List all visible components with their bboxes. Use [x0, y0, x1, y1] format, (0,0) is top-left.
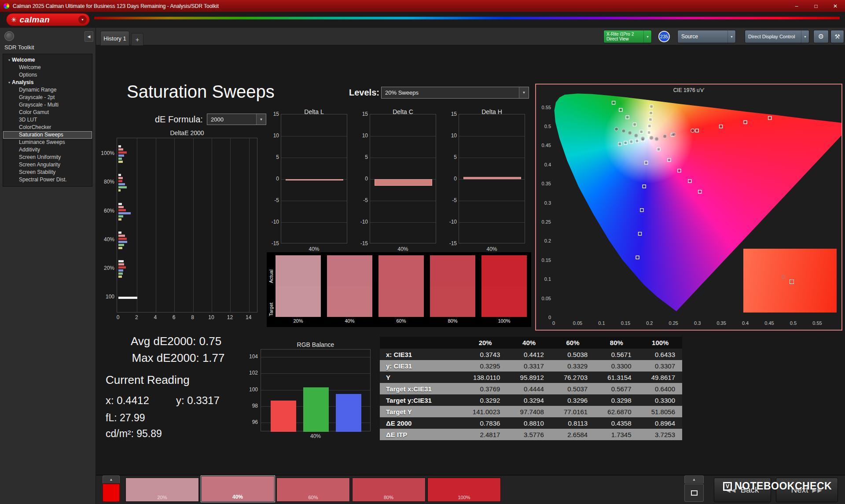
chart-title: RGB Balance [261, 341, 371, 348]
x-tick-label: 0.2 [643, 320, 656, 326]
table-cell: 0.7836 [463, 417, 507, 429]
gridline [261, 357, 370, 357]
tree-item-screen-stability[interactable]: Screen Stability [3, 169, 92, 176]
gridline [459, 201, 525, 201]
inset-target-marker [790, 280, 794, 284]
table-cell: 0.8964 [639, 417, 682, 429]
table-row: Target x:CIE310.37690.44440.50370.56770.… [380, 383, 682, 394]
sidebar-collapse-button[interactable]: ◀ [84, 31, 93, 42]
current-reading-heading: Current Reading [106, 373, 190, 387]
x-tick-label: 0.25 [667, 320, 680, 326]
measured-point [663, 135, 667, 138]
tree-item-welcome[interactable]: Welcome [3, 64, 92, 71]
tree-item-additivity[interactable]: Additivity [3, 146, 92, 154]
de-bar [118, 145, 121, 147]
tab-history-1[interactable]: History 1 [100, 31, 129, 45]
de-bar [118, 174, 121, 176]
bottom-patch-40[interactable]: 40% [201, 476, 275, 502]
gridline [370, 201, 436, 201]
table-cell: 61.3154 [595, 372, 638, 383]
bottom-patch-80[interactable]: 80% [352, 478, 426, 502]
levels-select[interactable]: 20% Sweeps ▼ [381, 87, 529, 99]
x-tick-label: 0.3 [691, 320, 704, 326]
tree-item-saturation-sweeps[interactable]: Saturation Sweeps [3, 131, 92, 139]
gridline [459, 158, 525, 158]
tree-label: Welcome [12, 56, 35, 64]
measured-point [655, 137, 658, 141]
tree-item-dynamic-range[interactable]: Dynamic Range [3, 86, 92, 94]
target-count-badge[interactable]: 235 [658, 31, 670, 42]
tree-item-color-gamut[interactable]: Color Gamut [3, 109, 92, 116]
table-cell: 0.3300 [639, 394, 682, 406]
de-formula-select[interactable]: 2000 ▼ [207, 114, 266, 125]
window-popup-tab[interactable]: ▲ [684, 475, 704, 483]
y-tick-label: -5 [446, 197, 457, 203]
tree-item-screen-angularity[interactable]: Screen Angularity [3, 161, 92, 169]
group-label: 100 [97, 294, 114, 300]
de-bar [118, 263, 124, 265]
window-icon [691, 490, 698, 496]
tree-item-grayscale-2pt[interactable]: Grayscale - 2pt [3, 94, 92, 101]
tree-group-analysis[interactable]: ▾Analysis [3, 79, 92, 86]
table-cell: 138.0110 [463, 372, 507, 383]
minimize-button[interactable]: – [787, 0, 806, 12]
tree-item-3d-lut[interactable]: 3D LUT [3, 116, 92, 124]
table-cell: 0.4444 [507, 383, 551, 394]
tools-button[interactable]: ⚒ [830, 30, 844, 43]
back-button[interactable]: ◀◀ Back [714, 478, 771, 502]
tree-item-spectral-power-dist[interactable]: Spectral Power Dist. [3, 176, 92, 184]
tree-item-luminance-sweeps[interactable]: Luminance Sweeps [3, 139, 92, 146]
display-control-label: Direct Display Control [748, 34, 795, 39]
tree-item-options[interactable]: Options [3, 71, 92, 79]
expander-icon[interactable]: ▾ [8, 56, 10, 64]
workflow-icon[interactable] [4, 31, 14, 41]
table-cell: 0.8810 [507, 417, 551, 429]
calman-logo-button[interactable]: ✳ calman ▼ [6, 13, 90, 26]
sidebar-tree: ▾WelcomeWelcomeOptions▾AnalysisDynamic R… [3, 54, 92, 187]
patch-popup-tab[interactable]: ▲ [103, 475, 120, 483]
y-tick-label: 15 [357, 111, 368, 117]
window-title: Calman 2025 Calman Ultimate for Business… [13, 3, 219, 9]
bottom-patch-20[interactable]: 20% [125, 478, 199, 502]
gear-icon: ⚙ [818, 33, 824, 40]
tree-label: Analysis [12, 79, 33, 86]
source-dropdown[interactable]: Source ▼ [677, 30, 736, 43]
tree-item-screen-uniformity[interactable]: Screen Uniformity [3, 154, 92, 161]
chevron-down-icon: ▼ [256, 114, 266, 125]
logo-menu-button[interactable]: ▼ [78, 15, 87, 24]
de-bar [118, 177, 123, 179]
bottom-patch-100[interactable]: 100% [427, 478, 501, 502]
y-tick-label: 0.15 [537, 258, 551, 263]
maximize-button[interactable]: □ [806, 0, 826, 12]
target-point [647, 131, 650, 134]
col-header-100: 100% [639, 337, 682, 349]
chevron-down-icon: ▼ [81, 18, 84, 21]
gridline [212, 138, 212, 312]
settings-button[interactable]: ⚙ [813, 30, 829, 43]
tree-item-colorchecker[interactable]: ColorChecker [3, 124, 92, 131]
y-tick-label: 100 [245, 386, 258, 393]
y-tick-label: 15 [446, 111, 457, 117]
bottom-patch-60[interactable]: 60% [276, 478, 350, 502]
chevron-up-icon: ▲ [110, 478, 113, 482]
de-bar [118, 161, 123, 163]
current-patch-swatch[interactable] [103, 484, 120, 502]
display-control-dropdown[interactable]: Direct Display Control ▼ [745, 30, 809, 43]
table-cell: 0.3307 [639, 360, 682, 372]
close-button[interactable]: ✕ [826, 0, 845, 12]
tree-group-welcome[interactable]: ▾Welcome [3, 56, 92, 64]
y-tick-label: 0.1 [537, 276, 551, 282]
y-tick-label: 10 [268, 132, 279, 139]
next-button[interactable]: Next ▶▶ [776, 478, 838, 502]
tree-item-grayscale-multi[interactable]: Grayscale - Multi [3, 101, 92, 109]
expander-icon[interactable]: ▾ [8, 79, 10, 86]
meter-dropdown[interactable]: X-Rite i1Pro 2 Direct View ▼ [603, 30, 652, 43]
table-row: y: CIE310.32950.33170.33290.33000.3307 [380, 360, 682, 372]
table-cell: 0.5038 [551, 349, 595, 360]
measured-point [650, 136, 653, 140]
tree-label: Screen Stability [19, 169, 55, 175]
chevron-down-icon: ▼ [643, 30, 651, 43]
de-bar [118, 235, 125, 237]
add-tab-button[interactable]: + [131, 33, 143, 45]
pattern-window-button[interactable] [684, 484, 704, 502]
